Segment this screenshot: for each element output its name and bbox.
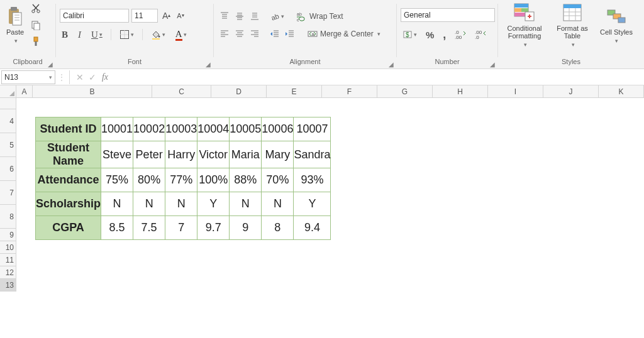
align-middle-button[interactable] <box>233 10 247 23</box>
cell-styles-button[interactable]: Cell Styles▾ <box>597 4 635 46</box>
dialog-launcher-icon[interactable]: ◢ <box>48 61 53 68</box>
decrease-decimal-button[interactable]: .00.0 <box>473 28 488 41</box>
percent-button[interactable]: % <box>424 28 436 41</box>
data-cell[interactable]: N <box>165 192 197 216</box>
comma-button[interactable]: , <box>441 27 448 43</box>
data-cell[interactable]: Y <box>294 192 331 216</box>
column-header-B[interactable]: B <box>33 85 152 98</box>
row-header-cell[interactable]: CGPA <box>36 216 101 240</box>
paste-button[interactable]: Paste ▾ <box>4 4 26 46</box>
row-header-3[interactable] <box>0 98 16 109</box>
align-bottom-button[interactable] <box>248 10 262 23</box>
row-header-5[interactable]: 5 <box>0 133 16 157</box>
data-cell[interactable]: 10007 <box>294 117 331 141</box>
format-as-table-button[interactable]: Format as Table▾ <box>550 1 595 50</box>
row-header-13[interactable]: 13 <box>0 279 16 292</box>
column-header-F[interactable]: F <box>322 85 377 98</box>
accounting-format-button[interactable]: $▾ <box>401 28 419 41</box>
format-painter-button[interactable] <box>29 35 43 48</box>
row-header-12[interactable]: 12 <box>0 266 16 279</box>
data-cell[interactable]: N <box>133 192 165 216</box>
align-right-button[interactable] <box>248 28 262 40</box>
data-cell[interactable]: 9.4 <box>294 216 331 240</box>
increase-font-button[interactable]: A▴ <box>160 9 172 22</box>
data-cell[interactable]: 7 <box>165 216 197 240</box>
data-cell[interactable]: 75% <box>101 168 133 192</box>
data-cell[interactable]: N <box>262 192 294 216</box>
data-cell[interactable]: 10001 <box>101 117 133 141</box>
data-cell[interactable]: Mary <box>262 141 294 168</box>
data-cell[interactable]: 10004 <box>197 117 230 141</box>
align-left-button[interactable] <box>218 28 231 40</box>
italic-button[interactable]: I <box>76 28 83 41</box>
column-header-D[interactable]: D <box>211 85 267 98</box>
increase-decimal-button[interactable]: .0.00 <box>453 28 468 41</box>
cut-button[interactable] <box>29 3 43 15</box>
data-cell[interactable]: 10005 <box>230 117 262 141</box>
column-header-E[interactable]: E <box>267 85 322 98</box>
data-cell[interactable]: 10003 <box>165 117 197 141</box>
fill-color-button[interactable]: ▾ <box>149 28 167 41</box>
decrease-indent-button[interactable] <box>268 28 282 40</box>
dialog-launcher-icon[interactable]: ◢ <box>389 61 394 68</box>
data-cell[interactable]: Y <box>197 192 230 216</box>
font-name-input[interactable] <box>60 9 129 23</box>
data-cell[interactable]: 8.5 <box>101 216 133 240</box>
row-header-cell[interactable]: Scholarship <box>36 192 101 216</box>
data-cell[interactable]: Steve <box>101 141 133 168</box>
row-header-cell[interactable]: Student Name <box>36 141 101 168</box>
column-header-K[interactable]: K <box>599 85 644 98</box>
row-header-11[interactable]: 11 <box>0 254 16 266</box>
cancel-fx-button[interactable]: ✕ <box>74 72 86 82</box>
data-cell[interactable]: Maria <box>230 141 262 168</box>
align-top-button[interactable] <box>218 10 231 23</box>
data-cell[interactable]: 100% <box>197 168 230 192</box>
merge-center-button[interactable]: a Merge & Center▾ <box>306 28 382 40</box>
data-cell[interactable]: N <box>101 192 133 216</box>
orientation-button[interactable]: ab▾ <box>268 10 286 23</box>
worksheet[interactable]: ABCDEFGHIJK 45678910111213 Student ID100… <box>0 85 644 338</box>
formula-input[interactable] <box>111 70 644 84</box>
dialog-launcher-icon[interactable]: ◢ <box>206 61 211 68</box>
data-cell[interactable]: 8 <box>262 216 294 240</box>
fx-button[interactable]: fx <box>99 72 111 82</box>
column-header-H[interactable]: H <box>433 85 488 98</box>
data-cell[interactable]: 93% <box>294 168 331 192</box>
column-header-I[interactable]: I <box>488 85 543 98</box>
column-header-G[interactable]: G <box>377 85 433 98</box>
data-cell[interactable]: Harry <box>165 141 197 168</box>
data-cell[interactable]: 80% <box>133 168 165 192</box>
row-header-6[interactable]: 6 <box>0 157 16 181</box>
underline-button[interactable]: U▾ <box>89 28 104 41</box>
dialog-launcher-icon[interactable]: ◢ <box>490 61 495 68</box>
column-header-J[interactable]: J <box>543 85 599 98</box>
data-cell[interactable]: 10002 <box>133 117 165 141</box>
data-cell[interactable]: Peter <box>133 141 165 168</box>
row-header-10[interactable]: 10 <box>0 241 16 254</box>
data-cell[interactable]: Sandra <box>294 141 331 168</box>
data-cell[interactable]: 9 <box>230 216 262 240</box>
row-header-8[interactable]: 8 <box>0 205 16 229</box>
conditional-formatting-button[interactable]: Conditional Formatting▾ <box>502 1 547 50</box>
copy-button[interactable] <box>29 19 43 31</box>
data-cell[interactable]: 9.7 <box>197 216 230 240</box>
data-cell[interactable]: 10006 <box>262 117 294 141</box>
row-header-4[interactable]: 4 <box>0 109 16 133</box>
borders-button[interactable]: ▾ <box>118 28 136 41</box>
data-cell[interactable]: N <box>230 192 262 216</box>
data-cell[interactable]: Victor <box>197 141 230 168</box>
data-cell[interactable]: 70% <box>262 168 294 192</box>
enter-fx-button[interactable]: ✓ <box>86 72 99 82</box>
align-center-button[interactable] <box>233 28 247 40</box>
decrease-font-button[interactable]: A▾ <box>175 11 186 21</box>
row-header-cell[interactable]: Attendance <box>36 168 101 192</box>
font-color-button[interactable]: A▾ <box>174 28 189 42</box>
number-format-input[interactable] <box>401 8 495 22</box>
increase-indent-button[interactable] <box>283 28 297 40</box>
bold-button[interactable]: B <box>60 28 70 41</box>
column-header-A[interactable]: A <box>16 85 33 98</box>
name-box[interactable]: N13 ▾ <box>1 70 55 84</box>
data-cell[interactable]: 7.5 <box>133 216 165 240</box>
wrap-text-button[interactable]: abc Wrap Text <box>295 10 345 23</box>
data-cell[interactable]: 88% <box>230 168 262 192</box>
